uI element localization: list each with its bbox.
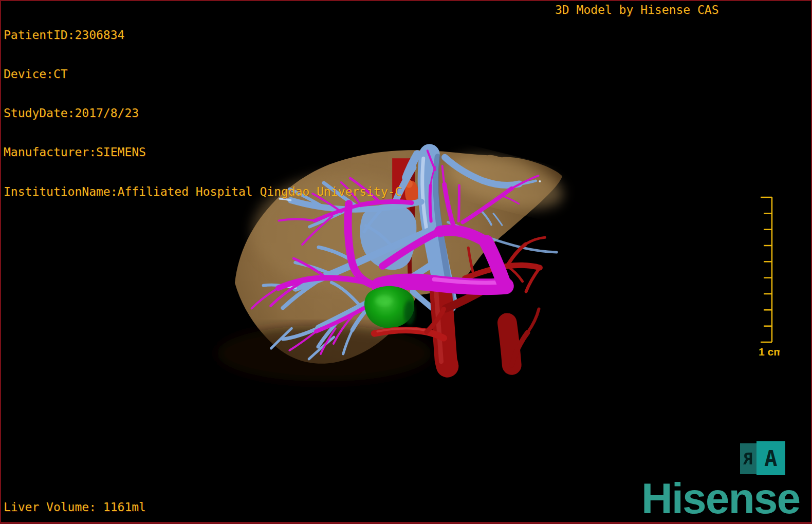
orientation-cube[interactable]: R A [739,440,786,476]
watermark-text: 3D Model by Hisense CAS [555,3,719,16]
patient-id-line: PatientID:2306834 [4,29,402,42]
orientation-face-anterior: A [756,441,785,475]
hisense-logo: Hisense [641,477,800,520]
scale-bar: 1 cm [756,193,780,363]
scale-bar-label: 1 cm [759,346,780,358]
cas-3d-viewer-window: PatientID:2306834 Device:CT StudyDate:20… [0,0,812,524]
patient-info-overlay: PatientID:2306834 Device:CT StudyDate:20… [4,3,402,224]
gallbladder-mesh[interactable] [364,286,415,328]
device-line: Device:CT [4,68,402,81]
study-date-line: StudyDate:2017/8/23 [4,107,402,120]
scale-bar-ticks [761,197,772,342]
orientation-face-right: R [740,443,756,474]
orientation-letter-a: A [764,446,777,471]
liver-volume-readout: Liver Volume: 1161ml [4,500,146,514]
institution-line: InstitutionName:Affiliated Hospital Qing… [4,185,402,198]
specular-speck [539,180,541,182]
orientation-letter-r: R [743,449,753,469]
manufacturer-line: Manufacturer:SIEMENS [4,146,402,159]
